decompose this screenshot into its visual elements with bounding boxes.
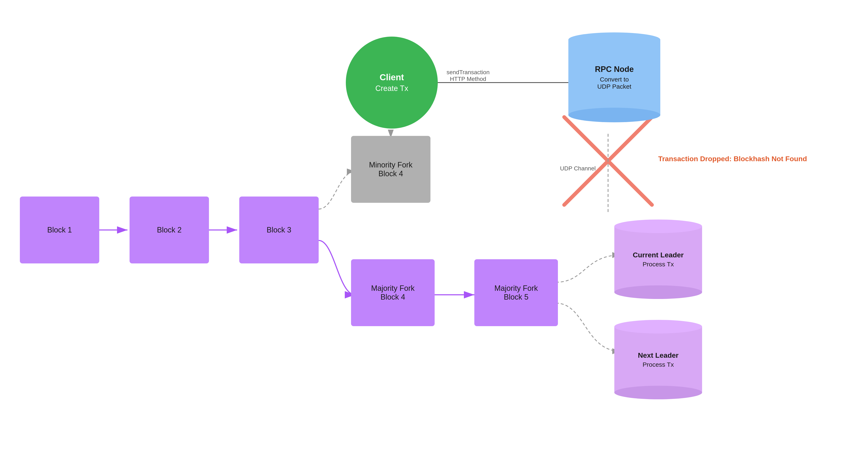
minority-fork-block4: Minority Fork Block 4 bbox=[351, 136, 430, 203]
next-leader-label-top: Next Leader bbox=[638, 351, 679, 359]
svg-line-8 bbox=[564, 117, 652, 205]
client-circle: Client Create Tx bbox=[346, 37, 438, 128]
current-leader-label-bottom: Process Tx bbox=[643, 261, 674, 268]
minority-fork-block4-label: Minority Fork Block 4 bbox=[369, 160, 412, 178]
block3-label: Block 3 bbox=[267, 226, 291, 234]
udp-channel-label: UDP Channel bbox=[560, 165, 596, 172]
svg-line-7 bbox=[564, 117, 652, 205]
block2: Block 2 bbox=[129, 197, 209, 263]
send-transaction-label: sendTransaction HTTP Method bbox=[430, 69, 506, 82]
current-leader-label-top: Current Leader bbox=[633, 251, 684, 259]
next-leader-label-bottom: Process Tx bbox=[643, 361, 674, 368]
client-label-bottom: Create Tx bbox=[375, 84, 408, 93]
rpc-node-label-bottom: Convert to UDP Packet bbox=[597, 76, 631, 90]
next-leader: Next Leader Process Tx bbox=[614, 320, 702, 399]
current-leader: Current Leader Process Tx bbox=[614, 219, 702, 299]
majority-fork-block4-label: Majority Fork Block 4 bbox=[371, 284, 414, 301]
majority-fork-block5: Majority Fork Block 5 bbox=[474, 259, 558, 326]
diagram-container: Block 1 Block 2 Block 3 Minority Fork Bl… bbox=[0, 0, 868, 475]
send-transaction-text: sendTransaction bbox=[430, 69, 506, 76]
majority-fork-block4: Majority Fork Block 4 bbox=[351, 259, 435, 326]
error-label: Transaction Dropped: Blockhash Not Found bbox=[658, 155, 807, 163]
error-text: Transaction Dropped: Blockhash Not Found bbox=[658, 155, 807, 162]
block3: Block 3 bbox=[239, 197, 319, 263]
majority-fork-block5-label: Majority Fork Block 5 bbox=[494, 284, 538, 301]
block1-label: Block 1 bbox=[47, 226, 72, 234]
block1: Block 1 bbox=[20, 197, 99, 263]
block2-label: Block 2 bbox=[157, 226, 182, 234]
client-label-top: Client bbox=[380, 72, 404, 82]
rpc-node-label-top: RPC Node bbox=[595, 65, 634, 74]
http-method-text: HTTP Method bbox=[430, 76, 506, 82]
udp-channel-text: UDP Channel bbox=[560, 165, 596, 172]
rpc-node: RPC Node Convert to UDP Packet bbox=[568, 32, 660, 122]
